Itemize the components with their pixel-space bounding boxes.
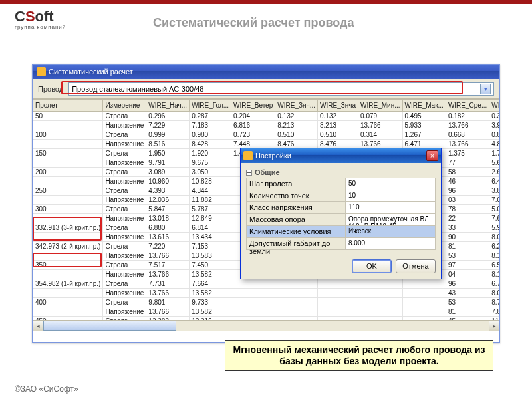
column-header[interactable]: WIRE_Сре... (446, 100, 489, 112)
section-general[interactable]: − Общие (246, 167, 436, 178)
property-key: Массовая опора (246, 214, 346, 226)
window-title: Систематический расчет (49, 68, 133, 76)
collapse-icon[interactable]: − (246, 170, 252, 176)
copyright: ©ЗАО «СиСофт» (15, 384, 78, 394)
callout-box: Мгновенный механический расчет любого пр… (225, 340, 493, 371)
column-header[interactable]: WIRE_Гол... (190, 100, 231, 112)
property-key: Климатические условия (246, 226, 346, 238)
ok-button[interactable]: OK (352, 259, 392, 273)
dialog-titlebar[interactable]: Настройки × (241, 148, 441, 163)
property-key: Допустимый габарит до земли (246, 238, 346, 250)
property-row[interactable]: Шаг пролета50 (246, 178, 436, 190)
settings-icon (243, 151, 253, 160)
column-header[interactable]: Пролет (33, 100, 103, 112)
property-row[interactable]: Допустимый габарит до земли8.000 (246, 238, 436, 250)
wire-select-value: Провод сталеалюминиевый АС-300/48 (72, 85, 203, 93)
property-value[interactable]: Опора промежуточная ВЛ 110 кВ П110-4В (346, 214, 436, 226)
window-titlebar[interactable]: Систематический расчет (33, 65, 499, 79)
toolbar: Провод Провод сталеалюминиевый АС-300/48… (33, 79, 499, 99)
slide-title: Систематический расчет провода (153, 16, 354, 30)
horizontal-scrollbar[interactable]: ◂ ▸ (33, 320, 499, 331)
column-header[interactable]: Измерение (103, 100, 146, 112)
scroll-thumb[interactable] (43, 321, 176, 331)
table-row[interactable]: Напряжение13.76613.582817.886 (33, 307, 500, 317)
column-header[interactable]: WIRE_15_... (489, 100, 499, 112)
column-header[interactable]: WIRE_Нач... (146, 100, 190, 112)
property-value[interactable]: Ижевск (346, 226, 436, 238)
table-row[interactable]: 50Стрела0.2960.2870.2040.1320.1320.0790.… (33, 112, 500, 121)
wire-label: Провод (38, 85, 63, 93)
property-value[interactable]: 50 (346, 178, 436, 190)
close-icon[interactable]: × (426, 150, 438, 161)
column-header[interactable]: WIRE_Мин... (358, 100, 402, 112)
table-row[interactable]: Напряжение13.76613.582438.056 (33, 289, 500, 298)
logo: CSoft группа компаний (15, 8, 66, 30)
table-row[interactable]: 100Стрела0.9990.9800.7230.5100.5100.3141… (33, 130, 500, 140)
property-row[interactable]: Класс напряжения110 (246, 202, 436, 214)
column-header[interactable]: WIRE_Знча (318, 100, 358, 112)
property-row[interactable]: Массовая опораОпора промежуточная ВЛ 110… (246, 214, 436, 226)
scroll-right-button[interactable]: ▸ (489, 321, 499, 331)
table-row[interactable]: 400Стрела9.8019.733538.781 (33, 298, 500, 307)
property-key: Количество точек (246, 190, 346, 202)
wire-select[interactable]: Провод сталеалюминиевый АС-300/48 ▾ (68, 82, 494, 96)
dialog-title: Настройки (255, 152, 291, 160)
cancel-button[interactable]: Отмена (396, 259, 436, 273)
column-header[interactable]: WIRE_Мак... (402, 100, 446, 112)
chevron-down-icon[interactable]: ▾ (480, 84, 491, 94)
column-header[interactable]: WIRE_Ветер (231, 100, 275, 112)
property-row[interactable]: Количество точек10 (246, 190, 436, 202)
property-value[interactable]: 10 (346, 190, 436, 202)
property-value[interactable]: 8.000 (346, 238, 436, 250)
property-row[interactable]: Климатические условияИжевск (246, 226, 436, 238)
table-row[interactable]: Напряжение7.2297.1836.8168.2138.21313.76… (33, 121, 500, 130)
settings-dialog: Настройки × − Общие Шаг пролета50Количес… (240, 148, 442, 279)
scroll-left-button[interactable]: ◂ (33, 321, 43, 331)
app-icon (37, 67, 46, 76)
property-key: Шаг пролета (246, 178, 346, 190)
table-row[interactable]: 354.982 (1-й крит.пр.)Стрела7.7317.66496… (33, 279, 500, 289)
property-value[interactable]: 110 (346, 202, 436, 214)
property-key: Класс напряжения (246, 202, 346, 214)
column-header[interactable]: WIRE_Знч... (275, 100, 318, 112)
